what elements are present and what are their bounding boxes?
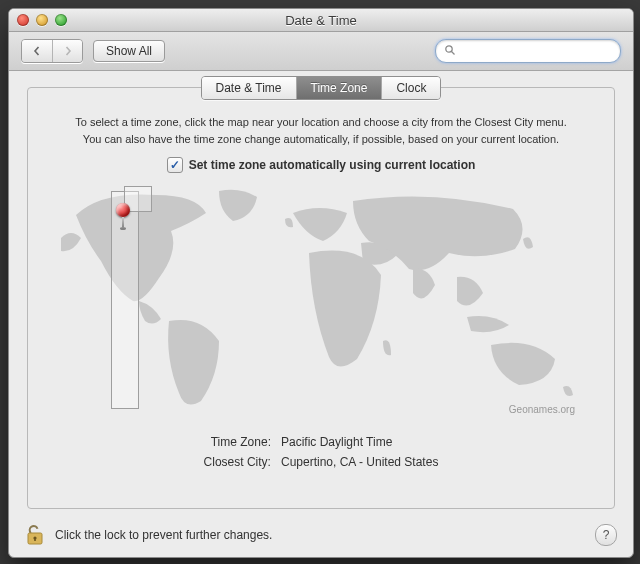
search-input[interactable]: [460, 43, 614, 59]
tab-bar: Date & Time Time Zone Clock: [28, 76, 614, 100]
lock-text: Click the lock to prevent further change…: [55, 528, 272, 542]
search-icon: [444, 44, 456, 59]
titlebar: Date & Time: [9, 9, 633, 32]
nav-back-forward: [21, 39, 83, 63]
prefs-window: Date & Time Show All Date & Time Time Zo…: [8, 8, 634, 558]
pin-shadow-icon: [120, 227, 126, 230]
timezone-info: Time Zone: Pacific Daylight Time Closest…: [198, 431, 445, 473]
auto-timezone-checkbox[interactable]: ✓: [167, 157, 183, 173]
timezone-value: Pacific Daylight Time: [277, 433, 442, 451]
pin-stem-icon: [122, 217, 124, 227]
world-map-svg: [61, 183, 581, 419]
svg-line-1: [452, 51, 455, 54]
svg-point-0: [446, 45, 452, 51]
tab-time-zone[interactable]: Time Zone: [296, 77, 382, 99]
back-button[interactable]: [22, 40, 52, 62]
chevron-left-icon: [32, 46, 42, 56]
pin-head-icon: [116, 203, 130, 217]
info-row-timezone: Time Zone: Pacific Daylight Time: [200, 433, 443, 451]
content-panel: Date & Time Time Zone Clock To select a …: [27, 87, 615, 509]
lock-button[interactable]: [25, 523, 45, 547]
auto-timezone-label: Set time zone automatically using curren…: [189, 158, 476, 172]
toolbar: Show All: [9, 32, 633, 71]
instruction-text: To select a time zone, click the map nea…: [52, 114, 590, 147]
closest-city-key: Closest City:: [200, 453, 275, 471]
closest-city-value: Cupertino, CA - United States: [277, 453, 442, 471]
tab-clock[interactable]: Clock: [381, 77, 440, 99]
map-attribution: Geonames.org: [509, 404, 575, 415]
instruction-line-1: To select a time zone, click the map nea…: [52, 114, 590, 131]
tab-date-time[interactable]: Date & Time: [202, 77, 296, 99]
instruction-line-2: You can also have the time zone change a…: [52, 131, 590, 148]
svg-rect-5: [34, 538, 36, 541]
location-pin[interactable]: [116, 203, 130, 230]
chevron-right-icon: [63, 46, 73, 56]
show-all-button[interactable]: Show All: [93, 40, 165, 62]
forward-button[interactable]: [52, 40, 82, 62]
auto-timezone-row: ✓ Set time zone automatically using curr…: [52, 157, 590, 173]
search-field-wrap[interactable]: [435, 39, 621, 63]
help-button[interactable]: ?: [595, 524, 617, 546]
footer: Click the lock to prevent further change…: [9, 513, 633, 557]
unlock-icon: [25, 523, 45, 547]
info-row-city: Closest City: Cupertino, CA - United Sta…: [200, 453, 443, 471]
window-title: Date & Time: [9, 13, 633, 28]
timezone-key: Time Zone:: [200, 433, 275, 451]
world-map[interactable]: Geonames.org: [61, 183, 581, 419]
